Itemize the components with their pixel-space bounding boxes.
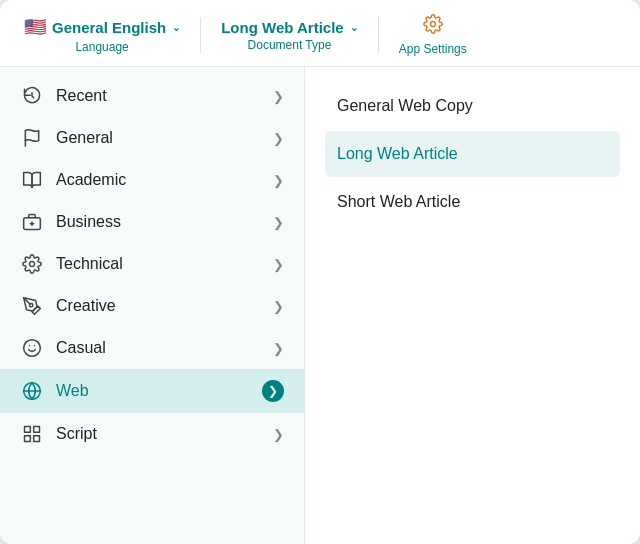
menu-item-general-label: General bbox=[56, 129, 273, 147]
technical-icon bbox=[20, 254, 44, 274]
language-selector[interactable]: 🇺🇸 General English ⌄ Language bbox=[24, 16, 196, 54]
menu-item-web[interactable]: Web ❯ bbox=[0, 369, 304, 413]
web-chevron-icon: ❯ bbox=[262, 380, 284, 402]
left-menu: Recent ❯ General ❯ Academic ❯ bbox=[0, 67, 305, 544]
svg-point-6 bbox=[30, 304, 33, 307]
language-chevron-icon: ⌄ bbox=[172, 22, 180, 33]
svg-point-5 bbox=[30, 262, 35, 267]
header: 🇺🇸 General English ⌄ Language Long Web A… bbox=[0, 0, 640, 67]
business-icon bbox=[20, 212, 44, 232]
script-chevron-icon: ❯ bbox=[273, 427, 284, 442]
right-item-long-web-article[interactable]: Long Web Article bbox=[325, 131, 620, 177]
menu-item-casual[interactable]: Casual ❯ bbox=[0, 327, 304, 369]
menu-item-business[interactable]: Business ❯ bbox=[0, 201, 304, 243]
menu-item-script[interactable]: Script ❯ bbox=[0, 413, 304, 455]
menu-item-recent-label: Recent bbox=[56, 87, 273, 105]
header-divider-2 bbox=[378, 17, 379, 53]
casual-chevron-icon: ❯ bbox=[273, 341, 284, 356]
right-item-general-web-copy[interactable]: General Web Copy bbox=[325, 83, 620, 129]
header-divider bbox=[200, 17, 201, 53]
svg-rect-15 bbox=[25, 436, 31, 442]
document-type-chevron-icon: ⌄ bbox=[350, 22, 358, 33]
document-type-selector[interactable]: Long Web Article ⌄ Document Type bbox=[205, 19, 374, 52]
dropdown-area: Recent ❯ General ❯ Academic ❯ bbox=[0, 67, 640, 544]
right-panel: General Web Copy Long Web Article Short … bbox=[305, 67, 640, 544]
casual-icon bbox=[20, 338, 44, 358]
svg-point-0 bbox=[430, 22, 435, 27]
app-settings-button[interactable]: App Settings bbox=[383, 14, 483, 56]
svg-point-7 bbox=[24, 340, 41, 357]
svg-rect-12 bbox=[25, 427, 31, 433]
right-item-short-web-article[interactable]: Short Web Article bbox=[325, 179, 620, 225]
gear-icon bbox=[423, 14, 443, 40]
general-icon bbox=[20, 128, 44, 148]
document-type-value: Long Web Article bbox=[221, 19, 344, 36]
technical-chevron-icon: ❯ bbox=[273, 257, 284, 272]
app-container: 🇺🇸 General English ⌄ Language Long Web A… bbox=[0, 0, 640, 544]
menu-item-academic-label: Academic bbox=[56, 171, 273, 189]
recent-icon bbox=[20, 86, 44, 106]
svg-rect-13 bbox=[34, 427, 40, 433]
menu-item-recent[interactable]: Recent ❯ bbox=[0, 75, 304, 117]
menu-item-casual-label: Casual bbox=[56, 339, 273, 357]
menu-item-script-label: Script bbox=[56, 425, 273, 443]
academic-chevron-icon: ❯ bbox=[273, 173, 284, 188]
general-web-copy-label: General Web Copy bbox=[337, 97, 473, 114]
long-web-article-label: Long Web Article bbox=[337, 145, 458, 162]
menu-item-academic[interactable]: Academic ❯ bbox=[0, 159, 304, 201]
script-icon bbox=[20, 424, 44, 444]
menu-item-technical[interactable]: Technical ❯ bbox=[0, 243, 304, 285]
recent-chevron-icon: ❯ bbox=[273, 89, 284, 104]
language-label: Language bbox=[75, 40, 128, 54]
app-settings-label: App Settings bbox=[399, 42, 467, 56]
language-value: General English bbox=[52, 19, 166, 36]
svg-rect-14 bbox=[34, 436, 40, 442]
creative-icon bbox=[20, 296, 44, 316]
menu-item-web-label: Web bbox=[56, 382, 262, 400]
flag-icon: 🇺🇸 bbox=[24, 16, 46, 38]
creative-chevron-icon: ❯ bbox=[273, 299, 284, 314]
general-chevron-icon: ❯ bbox=[273, 131, 284, 146]
menu-item-technical-label: Technical bbox=[56, 255, 273, 273]
short-web-article-label: Short Web Article bbox=[337, 193, 460, 210]
menu-item-creative-label: Creative bbox=[56, 297, 273, 315]
menu-item-creative[interactable]: Creative ❯ bbox=[0, 285, 304, 327]
document-type-label: Document Type bbox=[248, 38, 332, 52]
menu-item-business-label: Business bbox=[56, 213, 273, 231]
business-chevron-icon: ❯ bbox=[273, 215, 284, 230]
academic-icon bbox=[20, 170, 44, 190]
web-icon bbox=[20, 381, 44, 401]
menu-item-general[interactable]: General ❯ bbox=[0, 117, 304, 159]
